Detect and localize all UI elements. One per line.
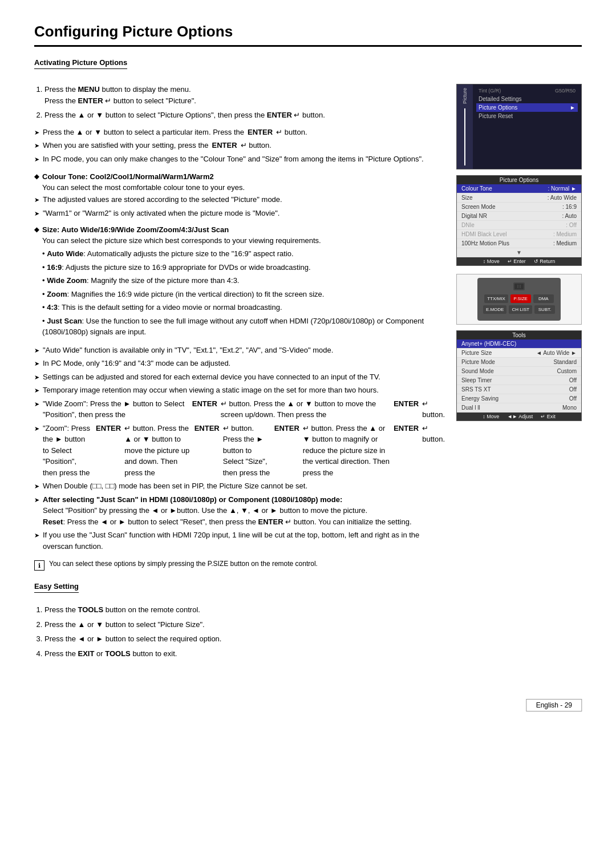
tools-screen: Tools Anynet+ (HDMI-CEC) Picture Size ◄ … bbox=[456, 330, 582, 421]
svg-rect-1 bbox=[514, 284, 524, 289]
size-desc: You can select the picture size which be… bbox=[34, 236, 445, 245]
size-header: Size: Auto Wide/16:9/Wide Zoom/Zoom/4:3/… bbox=[34, 225, 445, 234]
colour-tone-desc: You can select the most comfortable colo… bbox=[34, 183, 445, 192]
extra-note-1: "Auto Wide" function is available only i… bbox=[34, 345, 445, 356]
colour-tone-note-2: "Warm1" or "Warm2" is only activated whe… bbox=[34, 208, 445, 219]
remote-emode-btn[interactable]: E.MODE bbox=[483, 305, 507, 314]
sub-bullet-zoom: Zoom: Magnifies the 16:9 wide picture (i… bbox=[42, 289, 445, 300]
page-title: Configuring Picture Options bbox=[34, 23, 582, 47]
tv-footer-1: ↕ Move ↵ Enter ↺ Return bbox=[457, 257, 581, 265]
left-column: Press the MENU button to display the men… bbox=[34, 84, 445, 665]
extra-note-widezoom: "Wide Zoom": Press the ► button to Selec… bbox=[34, 398, 445, 421]
remote-ttxmix-btn[interactable]: TTX/MIX bbox=[484, 294, 508, 303]
note-1: Press the ▲ or ▼ button to select a part… bbox=[34, 127, 445, 138]
tv-row-size: Size : Auto Wide bbox=[457, 193, 581, 203]
size-sub-bullets: Auto Wide: Automatically adjusts the pic… bbox=[34, 248, 445, 338]
extra-note-justscan-hdmi: After selecting "Just Scan" in HDMI (108… bbox=[34, 494, 445, 528]
tv-row-100hz: 100Hz Motion Plus : Medium bbox=[457, 239, 581, 248]
easy-setting-section: Easy Setting Press the TOOLS button on t… bbox=[34, 582, 445, 659]
remote-top-icon bbox=[513, 282, 525, 290]
note-2: When you are satisfied with your setting… bbox=[34, 140, 445, 151]
tv-screen-1: Picture Tint (G/R) G50/R50 Detailed Sett… bbox=[456, 84, 582, 169]
extra-note-3: Settings can be adjusted and stored for … bbox=[34, 371, 445, 383]
sub-bullet-43: 4:3: This is the default setting for a v… bbox=[42, 302, 445, 313]
extra-note-pip: When Double (□□, □□) mode has been set i… bbox=[34, 480, 445, 492]
tv-picture-reset: Picture Reset bbox=[476, 112, 578, 120]
tv-row-screen-mode: Screen Mode : 16:9 bbox=[457, 203, 581, 212]
sub-bullet-justscan: Just Scan: Use the function to see the f… bbox=[42, 316, 445, 338]
tools-dual: Dual l ll Mono bbox=[457, 403, 581, 413]
sub-bullet-169: 16:9: Adjusts the picture size to 16:9 a… bbox=[42, 262, 445, 273]
tv-picture-options: Picture Options ► bbox=[476, 103, 578, 112]
info-icon: ℹ bbox=[34, 560, 44, 571]
tools-picture-mode: Picture Mode Standard bbox=[457, 358, 581, 367]
tint-row: Tint (G/R) G50/R50 bbox=[476, 87, 578, 95]
tools-sleep-timer: Sleep Timer Off bbox=[457, 376, 581, 385]
easy-step-3: Press the ◄ or ► button to select the re… bbox=[44, 633, 445, 645]
tools-header: Tools bbox=[457, 331, 581, 339]
extra-note-2: In PC Mode, only "16:9" and "4:3" mode c… bbox=[34, 358, 445, 369]
easy-step-1: Press the TOOLS button on the remote con… bbox=[44, 604, 445, 616]
colour-tone-header: Colour Tone: Cool2/Cool1/Normal/Warm1/Wa… bbox=[34, 172, 445, 181]
sub-bullet-widezoom: Wide Zoom: Magnify the size of the pictu… bbox=[42, 275, 445, 286]
tools-footer: ↕ Move ◄► Adjust ↵ Exit bbox=[457, 413, 581, 421]
tv-sidebar: Picture bbox=[457, 84, 473, 169]
remote-chlist-btn[interactable]: CH LIST bbox=[509, 305, 532, 314]
extra-note-overscan: If you use the "Just Scan" function with… bbox=[34, 529, 445, 552]
tv-row-hdmi-black: HDMI Black Level : Medium bbox=[457, 230, 581, 239]
remote-subt-btn[interactable]: SUBT. bbox=[534, 305, 555, 314]
extra-notes: "Auto Wide" function is available only i… bbox=[34, 345, 445, 552]
tv-row-down-arrow: ▼ bbox=[457, 248, 581, 257]
tv-header-bar: Picture Options bbox=[457, 176, 581, 184]
info-box: ℹ You can select these options by simply… bbox=[34, 560, 445, 571]
easy-setting-steps: Press the TOOLS button on the remote con… bbox=[34, 604, 445, 659]
tools-energy: Energy Saving Off bbox=[457, 394, 581, 403]
tv-row-dnie: DNIe : Off bbox=[457, 221, 581, 230]
step-2: Press the ▲ or ▼ button to select "Pictu… bbox=[44, 110, 445, 121]
easy-setting-header: Easy Setting bbox=[34, 582, 79, 593]
remote-psize-btn[interactable]: P.SIZE bbox=[510, 294, 531, 303]
easy-step-2: Press the ▲ or ▼ button to select "Pictu… bbox=[44, 619, 445, 630]
sub-bullet-autowide: Auto Wide: Automatically adjusts the pic… bbox=[42, 248, 445, 260]
tv-row-colour-tone: Colour Tone : Normal ► bbox=[457, 184, 581, 193]
tools-sound-mode: Sound Mode Custom bbox=[457, 367, 581, 376]
extra-note-4: Temporary image retention may occur when… bbox=[34, 385, 445, 396]
right-column: Picture Tint (G/R) G50/R50 Detailed Sett… bbox=[456, 84, 582, 665]
tools-anynet: Anynet+ (HDMI-CEC) bbox=[457, 339, 581, 349]
size-section: Size: Auto Wide/16:9/Wide Zoom/Zoom/4:3/… bbox=[34, 225, 445, 338]
tools-picture-size: Picture Size ◄ Auto Wide ► bbox=[457, 349, 581, 358]
tools-srs: SRS TS XT Off bbox=[457, 385, 581, 394]
steps-list: Press the MENU button to display the men… bbox=[34, 84, 445, 121]
activating-header: Activating Picture Options bbox=[34, 58, 127, 69]
tv-content-1: Tint (G/R) G50/R50 Detailed Settings Pic… bbox=[473, 84, 581, 169]
colour-tone-section: Colour Tone: Cool2/Cool1/Normal/Warm1/Wa… bbox=[34, 172, 445, 219]
tv-screen-2: Picture Options Colour Tone : Normal ► S… bbox=[456, 175, 582, 266]
remote-row-2: E.MODE CH LIST SUBT. bbox=[483, 305, 555, 314]
easy-step-4: Press the EXIT or TOOLS button to exit. bbox=[44, 648, 445, 660]
colour-tone-note-1: The adjusted values are stored according… bbox=[34, 194, 445, 205]
remote-dma-btn[interactable]: DMA bbox=[533, 294, 554, 303]
tv-detailed-settings: Detailed Settings bbox=[476, 95, 578, 103]
step-1: Press the MENU button to display the men… bbox=[44, 84, 445, 106]
tv-row-digital-nr: Digital NR : Auto bbox=[457, 212, 581, 221]
remote-control-img: TTX/MIX P.SIZE DMA E.MODE CH LIST SUBT. bbox=[456, 274, 582, 325]
sidebar-picture-icon: Picture bbox=[462, 88, 468, 104]
info-text: You can select these options by simply p… bbox=[49, 560, 318, 568]
remote-row-1: TTX/MIX P.SIZE DMA bbox=[483, 294, 555, 303]
extra-note-zoom: "Zoom": Press the ► button to Select "Po… bbox=[34, 423, 445, 479]
page-footer: English - 29 bbox=[526, 699, 582, 711]
note-3: In PC mode, you can only make changes to… bbox=[34, 153, 445, 165]
